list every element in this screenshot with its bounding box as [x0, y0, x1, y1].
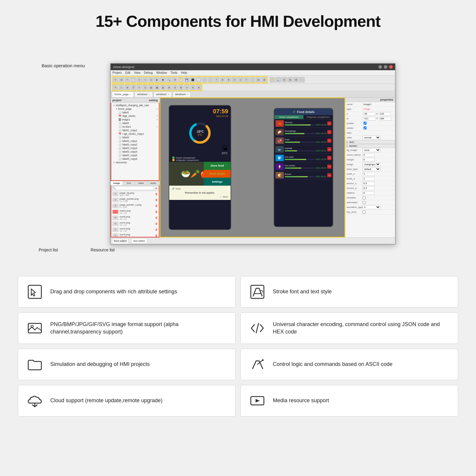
prop-input-margin[interactable] [363, 158, 375, 162]
toolbar-btn-6[interactable]: ↪ [143, 77, 148, 82]
prop-select-bg-image[interactable]: none [363, 148, 381, 152]
toolbar-btn-17[interactable]: ○ [208, 77, 213, 82]
toolbar-btn-21[interactable]: ⊘ [232, 77, 237, 82]
resource-delete-6[interactable]: 🗑 [155, 222, 158, 225]
toolbar-btn-22[interactable]: ⊙ [238, 77, 243, 82]
toolbar-btn-16[interactable]: ▪ [202, 77, 207, 82]
toolbar-btn-13[interactable]: 💾 [184, 77, 190, 82]
toolbar-btn-12[interactable]: 📁 [178, 77, 184, 82]
prop-checkbox-visible[interactable] [364, 126, 367, 129]
toolbar2-btn-11[interactable]: ⊟ [172, 85, 178, 90]
tree-item-l3c5[interactable]: ⬜ label3_copy5 [111, 154, 159, 157]
toolbar-btn-20[interactable]: ⊗ [226, 77, 231, 82]
tab-close[interactable]: × [168, 93, 169, 96]
maximize-btn[interactable] [384, 65, 387, 69]
toolbar2-btn-3[interactable]: ⊞ [125, 85, 130, 90]
minimize-btn[interactable] [378, 65, 382, 69]
resource-delete-3[interactable]: 🗑 [155, 204, 158, 207]
prop-input-w[interactable] [364, 117, 375, 120]
close-btn[interactable] [389, 65, 393, 69]
prop-checkbox-clickable[interactable] [363, 196, 366, 199]
tree-item-label2[interactable]: ⬜ label2 [111, 121, 159, 125]
toolbar-btn-7[interactable]: ⊡ [148, 77, 154, 82]
tab-home-page[interactable]: home_page × [112, 92, 134, 97]
toolbar-right-6[interactable]: ⋯ [299, 77, 305, 82]
prop-select-animation-type[interactable]: 4 [363, 205, 381, 209]
fd-back-icon[interactable]: ↺ [292, 110, 295, 114]
toolbar-btn-10[interactable]: 🔍 [166, 77, 172, 82]
toolbar2-btn-10[interactable]: ⊞ [166, 85, 172, 90]
resource-tab-audio[interactable]: audio [147, 181, 159, 185]
tree-item-image1[interactable]: 🖼 image1 ∧ [111, 118, 159, 121]
toolbar-btn-15[interactable]: ⬜ [196, 77, 201, 82]
toolbar2-btn-8[interactable]: ▦ [154, 85, 160, 90]
toolbar2-btn-12[interactable]: ⊠ [178, 85, 184, 90]
menu-window[interactable]: Window [156, 71, 167, 74]
fd-del-icecream[interactable]: — [327, 165, 331, 169]
toolbar-right-4[interactable]: ⊞ [287, 77, 293, 82]
toolbar-btn-1[interactable]: ✎ [113, 77, 118, 82]
toolbar2-btn-7[interactable]: ▤ [148, 85, 154, 90]
tree-item-label3[interactable]: ⬜ label3 [111, 136, 159, 139]
tree-item-l3c2[interactable]: ⬜ label3_copy2 [111, 143, 159, 146]
tab-window1[interactable]: window1 × [134, 92, 153, 97]
fd-del-pork[interactable]: — [327, 139, 331, 143]
toolbar2-btn-4[interactable]: ☰ [131, 85, 136, 90]
toolbar2-btn-6[interactable]: ⊡ [143, 85, 148, 90]
menu-edit[interactable]: Edit [125, 71, 130, 74]
fd-del-icecube[interactable]: — [327, 156, 331, 160]
menu-help[interactable]: Help [181, 71, 187, 74]
toolbar-btn-19[interactable]: ⊕ [220, 77, 225, 82]
resource-tab-font[interactable]: font [123, 181, 135, 185]
resource-delete-5[interactable]: 🗑 [155, 216, 158, 219]
toolbar2-btn-2[interactable]: ▭ [119, 85, 124, 90]
tab-window4[interactable]: window4 × [173, 92, 191, 97]
toolbar-right-1[interactable]: ⚡ [270, 77, 275, 82]
toolbar2-btn-1[interactable]: ✎ [113, 85, 118, 90]
toolbar-btn-14[interactable]: ⬛ [190, 77, 195, 82]
resource-delete-1[interactable]: 🗑 [155, 192, 158, 195]
toolbar2-btn-15[interactable]: ⊗ [196, 85, 201, 90]
bottom-tab-form-editor[interactable]: form editor [112, 238, 129, 244]
toolbar-btn-3[interactable]: ✄ [125, 77, 130, 82]
fd-del-dumplings[interactable]: — [327, 130, 331, 134]
prop-checkbox-enable[interactable] [364, 122, 367, 125]
btn-settings[interactable]: Settings [204, 178, 231, 186]
fd-tab-refrigerator[interactable]: refrigerator compartment [303, 115, 333, 119]
tab-close[interactable]: × [149, 93, 150, 96]
tab-close[interactable]: × [187, 93, 188, 96]
tree-item-resources[interactable]: ▸resources [111, 161, 159, 164]
fd-del-bread[interactable]: — [327, 173, 331, 177]
toolbar-btn-2[interactable]: ⊞ [119, 77, 124, 82]
tab-close[interactable]: × [130, 93, 131, 96]
resource-tab-image[interactable]: image [111, 181, 123, 185]
toolbar-btn-9[interactable]: ⏹ [160, 77, 166, 82]
prop-input-x[interactable] [364, 112, 375, 116]
toolbar-btn-11[interactable]: ⚙ [172, 77, 178, 82]
tree-item-l3c1[interactable]: ⬜ label3_copy1 [111, 139, 159, 143]
bottom-tab-text-editor[interactable]: text editor [131, 238, 147, 244]
resource-delete-4[interactable]: 🗑 [155, 210, 158, 213]
prop-input-y[interactable] [379, 112, 391, 116]
prop-select-state[interactable]: normal [363, 136, 381, 140]
prop-input-h[interactable] [379, 117, 391, 120]
toolbar-btn-26[interactable]: ⊠ [262, 77, 267, 82]
toolbar2-btn-13[interactable]: ⊙ [184, 85, 190, 90]
toolbar2-btn-5[interactable]: ≡ [137, 85, 142, 90]
prop-input-anchor-x[interactable] [363, 182, 375, 185]
prop-select-image[interactable]: chargingcar [363, 162, 381, 166]
toolbar-btn-24[interactable]: ⋮ [250, 77, 255, 82]
prop-input-rotation[interactable] [363, 191, 375, 195]
resource-tab-video[interactable]: video [135, 181, 147, 185]
toolbar-right-5[interactable]: ⊠ [293, 77, 299, 82]
toolbar-btn-4[interactable]: 📋 [131, 77, 136, 82]
fd-del-shrimp[interactable]: — [327, 121, 331, 126]
btn-food-details[interactable]: Food details [204, 170, 231, 178]
tree-item-digitcopy1[interactable]: 📅 r·igit_clock1_copy1 [111, 132, 159, 136]
prop-checkbox-key-tone[interactable] [363, 211, 366, 214]
toolbar2-btn-9[interactable]: ▥ [160, 85, 166, 90]
prop-input-round-radius[interactable] [363, 153, 375, 157]
toolbar-btn-23[interactable]: ≡ [244, 77, 249, 82]
tree-item-label1copy1[interactable]: ⬜ label1_copy1 [111, 129, 159, 132]
toolbar-right-3[interactable]: ⊟ [281, 77, 287, 82]
